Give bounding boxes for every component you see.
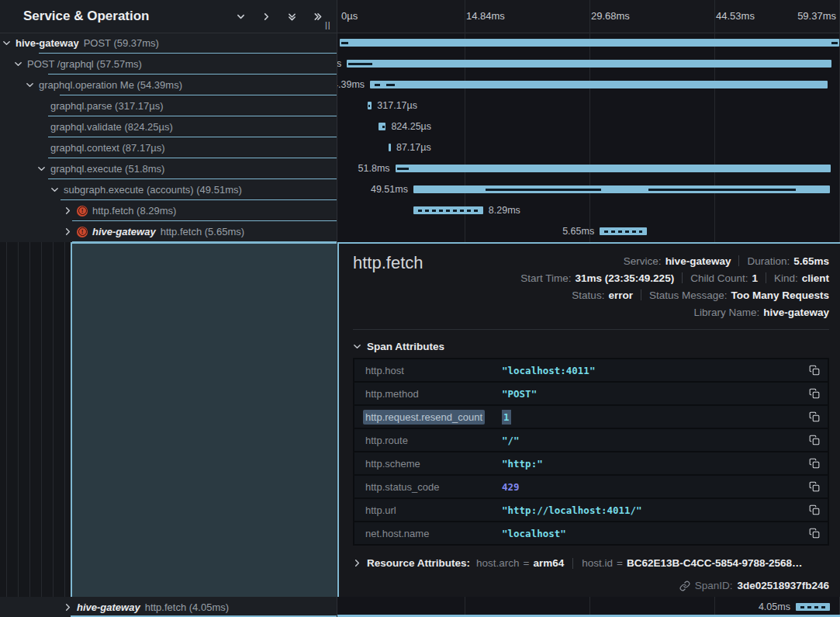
meta-label: Library Name: — [693, 307, 759, 318]
span-duration-bar[interactable] — [368, 102, 372, 109]
meta-value: 5.65ms — [793, 255, 829, 267]
tree-row[interactable]: subgraph.execute (accounts) (49.51ms) — [0, 179, 337, 200]
chevron-right-icon[interactable] — [63, 206, 72, 216]
meta-label: Kind: — [774, 272, 798, 284]
attribute-row[interactable]: http.method"POST" — [354, 383, 828, 404]
tree-row[interactable]: POST /graphql (57.57ms) — [0, 54, 337, 75]
span-attributes-title: Span Attributes — [367, 341, 444, 352]
attribute-row[interactable]: http.route"/" — [354, 429, 828, 451]
bar-duration-label: 8.29ms — [489, 205, 520, 216]
span-attributes-header[interactable]: Span Attributes — [353, 341, 444, 352]
attribute-row[interactable]: http.url"http://localhost:4011/" — [354, 499, 828, 521]
span-duration-bar[interactable] — [389, 144, 391, 151]
meta-divider — [641, 289, 641, 300]
span-duration-bar[interactable] — [347, 60, 831, 68]
chevron-down-icon[interactable] — [50, 185, 59, 195]
bar-duration-label: 49.51ms — [337, 184, 408, 195]
meta-value: 31ms (23:35:49.225) — [576, 272, 675, 284]
chevron-down-icon[interactable] — [36, 165, 46, 174]
chevron-down-icon[interactable] — [13, 60, 22, 69]
copy-icon[interactable] — [807, 410, 821, 424]
attribute-key: http.request.resend_count — [365, 411, 502, 423]
meta-divider — [682, 272, 683, 283]
resource-attributes-title: Resource Attributes: — [367, 557, 470, 569]
chevron-right-icon[interactable] — [258, 9, 274, 24]
tree-row[interactable]: hive-gatewayPOST (59.37ms) — [0, 33, 337, 54]
tree-row-bottom[interactable]: hive-gatewayhttp.fetch (4.05ms) — [0, 597, 337, 617]
copy-icon[interactable] — [807, 456, 821, 470]
chevron-down-icon — [353, 342, 361, 351]
tree-row[interactable]: graphql.context (87.17µs) — [0, 137, 337, 158]
tree-row[interactable]: http.fetch (8.29ms) — [0, 200, 337, 221]
span-duration-bar[interactable] — [340, 39, 839, 47]
chevron-down-icon[interactable] — [233, 9, 248, 24]
attribute-key: http.status_code — [365, 481, 502, 493]
detail-divider — [353, 329, 829, 330]
copy-icon[interactable] — [807, 363, 821, 377]
panel-resize-handle[interactable]: || — [325, 20, 331, 29]
span-duration-bar[interactable] — [370, 81, 828, 88]
chevron-down-icon[interactable] — [2, 39, 11, 48]
meta-value: hive-gateway — [763, 307, 829, 318]
span-id-label: SpanID: — [695, 580, 733, 591]
selected-span-region[interactable] — [71, 242, 337, 597]
copy-icon[interactable] — [807, 386, 821, 400]
timeline-row: 317.17µs — [337, 95, 840, 116]
span-duration-bar[interactable] — [396, 165, 831, 172]
child-span-tick — [397, 168, 409, 170]
span-operation-label: graphql.execute (51.8ms) — [50, 163, 164, 175]
timeline-row: 51.8ms — [337, 158, 840, 179]
span-duration-bar[interactable] — [379, 123, 385, 130]
span-operation-label: graphql.validate (824.25µs) — [50, 121, 173, 133]
attribute-row[interactable]: http.host"localhost:4011" — [354, 359, 828, 381]
copy-icon[interactable] — [807, 480, 821, 494]
attribute-value: 1 — [502, 411, 511, 423]
resource-attributes-items: host.arch=arm64host.id=BC62E13B-C4CC-585… — [476, 557, 803, 569]
chevron-down-icon[interactable] — [25, 81, 34, 90]
bar-duration-label: 824.25µs — [391, 121, 431, 132]
attribute-key: http.method — [365, 388, 502, 400]
span-duration-bar[interactable] — [413, 206, 483, 214]
bar-duration-label: 54.39ms — [337, 79, 365, 90]
attribute-key: http.url — [365, 504, 502, 516]
error-icon — [77, 206, 88, 217]
chevron-spacer — [36, 144, 46, 153]
resource-attributes-row[interactable]: Resource Attributes: host.arch=arm64host… — [353, 557, 829, 569]
attribute-value: 429 — [502, 481, 520, 493]
axis-tick-label: 14.84ms — [466, 10, 505, 22]
attribute-row[interactable]: http.status_code429 — [354, 476, 828, 497]
child-span-tick — [368, 105, 370, 107]
meta-value: client — [802, 272, 829, 284]
chevrons-right-icon[interactable] — [309, 9, 325, 24]
meta-label: Status: — [572, 289, 604, 301]
meta-label: Duration: — [747, 255, 790, 267]
child-span-dashes — [604, 231, 642, 233]
tree-row[interactable]: graphql.operation Me (54.39ms) — [0, 75, 337, 95]
attribute-row[interactable]: http.scheme"http:" — [354, 452, 828, 474]
chevron-right-icon[interactable] — [63, 227, 72, 237]
attribute-row[interactable]: net.host.name"localhost" — [354, 522, 828, 544]
attribute-key: http.host — [365, 365, 502, 376]
meta-label: Start Time: — [520, 272, 571, 284]
meta-value: hive-gateway — [665, 255, 731, 267]
attribute-row[interactable]: http.request.resend_count1 — [354, 406, 828, 428]
tree-row[interactable]: graphql.parse (317.17µs) — [0, 95, 337, 116]
resource-key: host.arch — [476, 557, 520, 569]
link-icon[interactable] — [679, 581, 690, 591]
tree-row[interactable]: graphql.validate (824.25µs) — [0, 116, 337, 137]
span-service-name: hive-gateway — [77, 601, 140, 613]
span-duration-bar[interactable] — [413, 185, 830, 193]
copy-icon[interactable] — [807, 433, 821, 447]
meta-label: Child Count: — [690, 272, 748, 284]
bar-duration-label: 5.65ms — [439, 226, 594, 237]
meta-label: Service: — [624, 255, 662, 267]
span-duration-bar[interactable] — [796, 603, 830, 611]
copy-icon[interactable] — [807, 503, 821, 517]
chevrons-down-icon[interactable] — [284, 9, 299, 24]
tree-row[interactable]: hive-gatewayhttp.fetch (5.65ms) — [0, 221, 337, 242]
copy-icon[interactable] — [807, 526, 821, 540]
span-duration-bar[interactable] — [600, 227, 647, 235]
chevron-right-icon[interactable] — [63, 602, 72, 612]
tree-row[interactable]: graphql.execute (51.8ms) — [0, 158, 337, 179]
timeline-axis-ticks: 0µs14.84ms29.68ms44.53ms59.37ms — [337, 0, 840, 33]
